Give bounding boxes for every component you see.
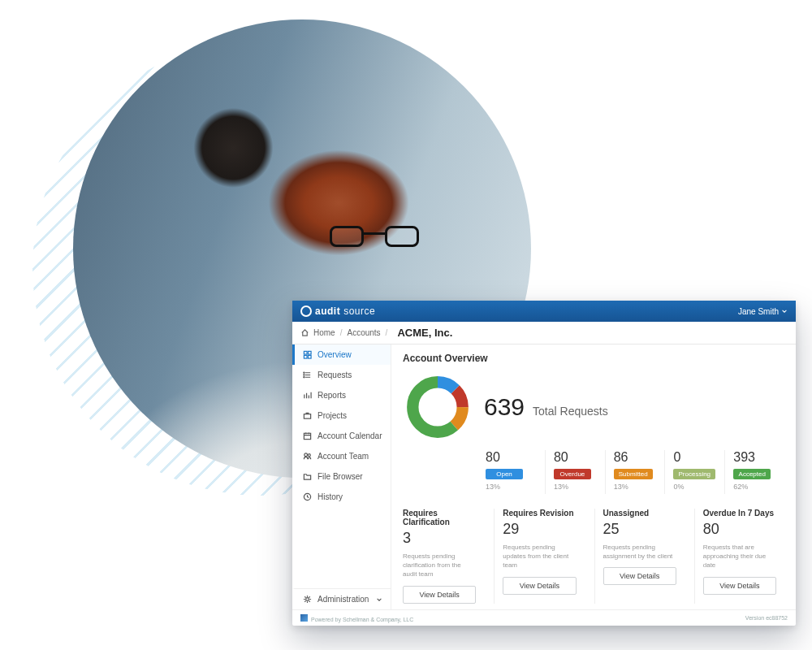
stat-overdue: 80 Overdue 13% [545,450,605,494]
status-badge: Open [486,469,523,479]
stat-value: 86 [614,450,657,465]
svg-point-5 [304,375,304,375]
svg-rect-2 [304,355,307,358]
card-value: 29 [503,521,576,538]
top-bar: auditsource Jane Smith [292,301,796,322]
sidebar-item-account-calendar[interactable]: Account Calendar [292,426,391,446]
sidebar-item-file-browser[interactable]: File Browser [292,466,391,487]
home-icon [300,328,309,337]
svg-rect-0 [304,351,307,354]
sidebar-item-reports[interactable]: Reports [292,385,391,405]
svg-rect-1 [308,351,311,354]
sidebar-item-account-team[interactable]: Account Team [292,446,391,466]
gear-icon [303,595,312,604]
stat-accepted: 393 Accepted 62% [724,450,784,494]
status-badge: Accepted [733,469,771,479]
info-cards: Requires Clarification 3 Requests pendin… [403,509,784,604]
list-icon [303,370,312,379]
view-details-button[interactable]: View Details [403,586,476,604]
card-requires-revision: Requires Revision 29 Requests pending up… [494,509,584,604]
sidebar-item-label: History [317,492,343,501]
footer-powered: Powered by Schellman & Company, LLC [300,614,413,622]
card-desc: Requests pending clarification from the … [403,552,476,579]
card-title: Requires Revision [503,509,576,518]
sidebar-item-label: Account Calendar [317,431,382,440]
stat-open: 80 Open 13% [486,450,545,494]
breadcrumb: Home / Accounts / ACME, Inc. [292,322,796,344]
chevron-down-icon [781,308,788,314]
sidebar-item-label: Reports [317,391,346,400]
sidebar-item-overview[interactable]: Overview [292,344,391,365]
svg-point-9 [304,453,308,457]
dashboard-icon [303,350,312,359]
stat-value: 0 [673,450,716,465]
stat-value: 80 [554,450,597,465]
stat-processing: 0 Processing 0% [664,450,724,494]
report-icon [303,391,312,400]
briefcase-icon [303,411,312,420]
sidebar-item-requests[interactable]: Requests [292,365,391,385]
team-icon [303,452,312,461]
card-value: 25 [603,521,676,538]
folder-icon [303,472,312,481]
requests-donut-chart [403,372,473,442]
footer-logo-icon [300,614,308,622]
card-overdue-in-7-days: Overdue In 7 Days 80 Requests that are a… [694,509,784,604]
card-title: Overdue In 7 Days [703,509,776,518]
status-badge: Submitted [614,469,653,479]
clock-icon [303,492,312,501]
brand-text-2: source [343,306,375,317]
glasses-illustration [330,226,419,250]
stat-value: 80 [486,450,537,465]
svg-point-12 [306,598,309,601]
calendar-icon [303,431,312,440]
sidebar-item-administration[interactable]: Administration [292,588,391,609]
stat-percent: 13% [486,483,537,491]
view-details-button[interactable]: View Details [603,567,676,585]
user-menu[interactable]: Jane Smith [738,307,788,316]
svg-rect-7 [304,414,310,419]
sidebar-item-label: Projects [317,411,347,420]
view-details-button[interactable]: View Details [703,577,776,595]
svg-point-4 [304,372,304,373]
sidebar-item-label: Administration [317,595,369,604]
footer: Powered by Schellman & Company, LLC Vers… [292,609,796,626]
sidebar-item-label: Requests [317,370,352,379]
total-count: 639 [484,393,525,421]
crumb-sep: / [386,328,388,337]
total-requests: 639 Total Requests [484,393,608,421]
crumb-current: ACME, Inc. [397,327,452,339]
stat-percent: 62% [733,483,776,491]
main-panel: Account Overview 639 Total Requests 80 O… [391,344,796,609]
brand[interactable]: auditsource [300,306,375,317]
stat-percent: 13% [554,483,597,491]
sidebar-item-projects[interactable]: Projects [292,405,391,426]
stat-submitted: 86 Submitted 13% [605,450,665,494]
crumb-accounts[interactable]: Accounts [347,328,380,337]
total-label: Total Requests [533,405,608,418]
card-value: 3 [403,530,476,547]
page-title: Account Overview [403,353,784,364]
status-badge: Processing [673,469,715,479]
footer-version: Version ec88752 [745,615,788,621]
svg-point-10 [308,454,310,457]
card-desc: Requests pending assignment by the clien… [603,543,676,561]
sidebar-item-history[interactable]: History [292,487,391,507]
view-details-button[interactable]: View Details [503,577,576,595]
sidebar: OverviewRequestsReportsProjectsAccount C… [292,344,391,609]
sidebar-item-label: Account Team [317,452,369,461]
overview-row: 639 Total Requests [403,372,784,442]
card-value: 80 [703,521,776,538]
card-desc: Requests pending updates from the client… [503,543,576,570]
sidebar-item-label: Overview [317,350,352,359]
status-badge: Overdue [554,469,591,479]
sidebar-item-label: File Browser [317,472,363,481]
svg-rect-3 [308,355,311,358]
stat-value: 393 [733,450,776,465]
card-desc: Requests that are approaching their due … [703,543,776,570]
crumb-home[interactable]: Home [313,328,335,337]
card-title: Unassigned [603,509,676,518]
chevron-down-icon [376,596,382,603]
card-unassigned: Unassigned 25 Requests pending assignmen… [594,509,685,604]
brand-logo-icon [300,306,312,317]
